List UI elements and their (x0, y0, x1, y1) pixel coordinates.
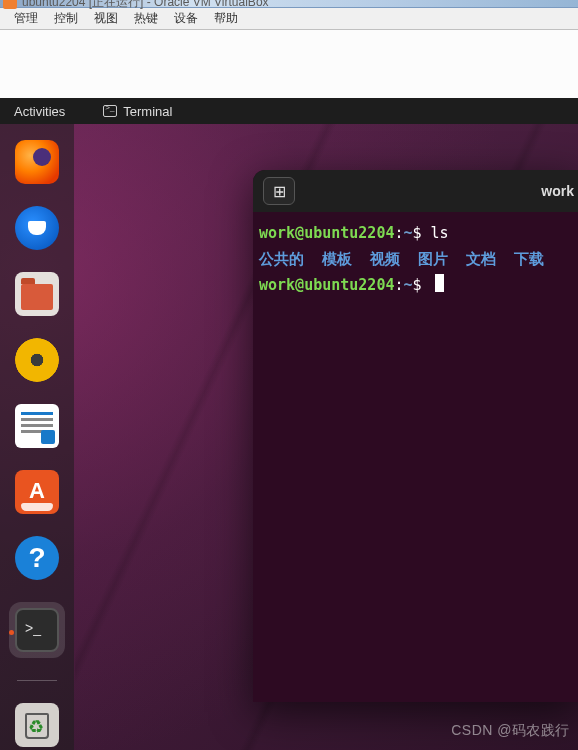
prompt-sigil: $ (413, 276, 422, 294)
prompt-colon: : (394, 224, 403, 242)
activities-button[interactable]: Activities (0, 104, 79, 119)
prompt-user-host: work@ubuntu2204 (259, 224, 394, 242)
vm-window-title: ubuntu2204 [正在运行] - Oracle VM VirtualBox (22, 0, 269, 11)
dir-item: 图片 (418, 250, 448, 268)
menu-devices[interactable]: 设备 (166, 10, 206, 27)
menu-manage[interactable]: 管理 (6, 10, 46, 27)
terminal-line-1: work@ubuntu2204:~$ ls (259, 220, 572, 246)
running-indicator-icon (9, 630, 14, 635)
dir-item: 下载 (514, 250, 544, 268)
virtualbox-icon (3, 0, 17, 9)
terminal-headerbar[interactable]: ⊞ work (253, 170, 578, 212)
dock-thunderbird-icon[interactable] (15, 206, 59, 250)
dock-rhythmbox-icon[interactable] (15, 338, 59, 382)
dir-item: 公共的 (259, 250, 304, 268)
active-app-indicator[interactable]: Terminal (93, 104, 182, 119)
ls-output: 公共的模板视频图片文档下载 (259, 246, 572, 272)
menu-hotkeys[interactable]: 热键 (126, 10, 166, 27)
dock-separator (17, 680, 57, 681)
dir-item: 模板 (322, 250, 352, 268)
dock-trash-icon[interactable] (15, 703, 59, 747)
dock-libreoffice-writer-icon[interactable] (15, 404, 59, 448)
dir-item: 文档 (466, 250, 496, 268)
gnome-topbar: Activities Terminal (0, 98, 578, 124)
dock-terminal-active-wrap (9, 602, 65, 658)
dock-help-icon[interactable] (15, 536, 59, 580)
terminal-title: work (541, 183, 574, 199)
ubuntu-desktop: Activities Terminal ⊞ work (0, 98, 578, 750)
dir-item: 视频 (370, 250, 400, 268)
menu-help[interactable]: 帮助 (206, 10, 246, 27)
prompt-path: ~ (404, 224, 413, 242)
prompt-path: ~ (404, 276, 413, 294)
cursor-icon (435, 274, 444, 292)
prompt-user-host: work@ubuntu2204 (259, 276, 394, 294)
watermark-text: CSDN @码农践行 (451, 722, 570, 740)
vm-content-gap (0, 30, 578, 98)
menu-view[interactable]: 视图 (86, 10, 126, 27)
dock-software-icon[interactable] (15, 470, 59, 514)
new-tab-icon: ⊞ (273, 182, 286, 201)
prompt-sigil: $ (413, 224, 422, 242)
active-app-name: Terminal (123, 104, 172, 119)
command-text: ls (431, 224, 449, 242)
dock-files-icon[interactable] (15, 272, 59, 316)
prompt-colon: : (394, 276, 403, 294)
dock-firefox-icon[interactable] (15, 140, 59, 184)
terminal-window: ⊞ work work@ubuntu2204:~$ ls 公共的模板视频图片文档… (253, 170, 578, 702)
vm-titlebar: ubuntu2204 [正在运行] - Oracle VM VirtualBox (0, 0, 578, 8)
new-tab-button[interactable]: ⊞ (263, 177, 295, 205)
ubuntu-dock (0, 124, 74, 750)
dock-terminal-icon[interactable] (15, 608, 59, 652)
terminal-line-2: work@ubuntu2204:~$ (259, 272, 572, 298)
terminal-icon (103, 105, 117, 117)
terminal-body[interactable]: work@ubuntu2204:~$ ls 公共的模板视频图片文档下载 work… (253, 212, 578, 702)
vm-menubar: 管理 控制 视图 热键 设备 帮助 (0, 8, 578, 30)
menu-control[interactable]: 控制 (46, 10, 86, 27)
